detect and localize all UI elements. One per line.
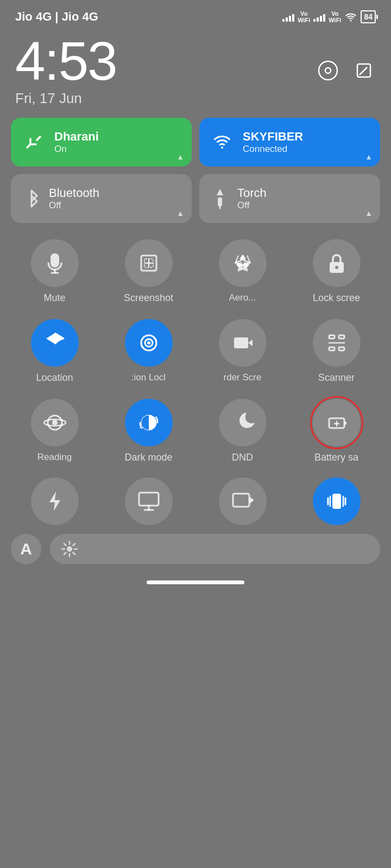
time-action-icons: [316, 59, 376, 82]
mobile-data-tile[interactable]: Dharani On ▲: [11, 118, 192, 167]
reading-item[interactable]: Reading: [8, 393, 102, 469]
location-circle: [31, 319, 79, 367]
icon-grid: Mute Screenshot Aero...: [0, 234, 391, 469]
home-bar: [0, 570, 391, 593]
svg-rect-20: [234, 337, 248, 348]
wifi-tile-status: Connected: [243, 144, 303, 155]
svg-rect-37: [139, 493, 159, 506]
bottom-icon-row: [0, 474, 391, 528]
svg-line-52: [64, 544, 66, 546]
screenshot-label: Screenshot: [124, 292, 173, 304]
desktop-circle: [125, 477, 173, 525]
edit-icon[interactable]: [352, 59, 376, 82]
svg-point-19: [147, 341, 150, 344]
svg-line-4: [360, 74, 361, 75]
location-label: Location: [36, 372, 73, 384]
bluetooth-status: Off: [49, 200, 99, 211]
torch-arrow: ▲: [365, 209, 373, 218]
vowifi-2: VoWiFi: [329, 10, 341, 23]
vibrate-item[interactable]: [289, 477, 383, 525]
lockscreen-item[interactable]: Lock scree: [289, 234, 383, 309]
mobile-data-name: Dharani: [54, 130, 99, 144]
batterysaver-label: Battery sa: [314, 452, 358, 463]
font-size-icon[interactable]: A: [11, 534, 41, 564]
batterysaver-circle: [313, 399, 361, 446]
aeroplane-label: Aero...: [229, 292, 256, 303]
svg-point-1: [325, 68, 331, 73]
locationlock-circle: [125, 319, 173, 367]
locationlock-item[interactable]: :ion Locl: [102, 314, 195, 389]
signal-bars-1: [282, 12, 294, 22]
time-display: 4:53: [15, 34, 117, 88]
reading-label: Reading: [37, 452, 72, 463]
svg-point-28: [52, 420, 58, 425]
mobile-data-text: Dharani On: [54, 130, 99, 155]
screenrecord-circle: [219, 319, 267, 367]
status-bar: Jio 4G | Jio 4G VoWiFi VoWiFi 84: [0, 0, 391, 28]
screenshot-circle: [125, 239, 173, 287]
darkmode-label: Dark mode: [124, 452, 172, 463]
desktop-item[interactable]: [102, 477, 195, 525]
svg-rect-22: [329, 335, 335, 339]
flash-item[interactable]: [8, 477, 102, 525]
bluetooth-text: Bluetooth Off: [49, 186, 99, 211]
torch-tile[interactable]: Torch Off ▲: [199, 174, 380, 223]
home-indicator[interactable]: [147, 580, 244, 584]
brightness-row: A: [0, 528, 391, 570]
batterysaver-item[interactable]: Battery sa: [289, 393, 383, 469]
svg-rect-5: [218, 197, 222, 206]
aeroplane-item[interactable]: Aero...: [195, 234, 289, 309]
large-tiles-row: Dharani On ▲ SKYFIBER Connected ▲: [0, 118, 391, 167]
brightness-slider-container[interactable]: [50, 534, 380, 564]
dnd-item[interactable]: DND: [195, 393, 289, 469]
svg-rect-33: [344, 422, 346, 425]
mute-item[interactable]: Mute: [8, 234, 102, 309]
locationlock-label: :ion Locl: [131, 372, 166, 383]
svg-rect-24: [329, 347, 335, 350]
torch-icon: [210, 189, 230, 208]
time-block: 4:53 Fri, 17 Jun: [15, 34, 117, 107]
svg-rect-42: [332, 494, 341, 509]
darkmode-circle: [125, 399, 173, 446]
battery-indicator: 84: [361, 10, 376, 23]
scanner-item[interactable]: Scanner: [289, 314, 383, 389]
svg-point-0: [319, 61, 337, 80]
torch-name: Torch: [237, 186, 267, 200]
signal-bars-2: [313, 12, 325, 22]
reading-circle: [31, 399, 79, 446]
torch-text: Torch Off: [237, 186, 267, 211]
time-section: 4:53 Fri, 17 Jun: [0, 28, 391, 118]
status-icons: VoWiFi VoWiFi 84: [282, 10, 376, 23]
svg-point-47: [67, 546, 72, 552]
svg-rect-25: [339, 347, 344, 350]
screenshot-item[interactable]: Screenshot: [102, 234, 195, 309]
scanner-circle: [313, 319, 361, 367]
vowifi-1: VoWiFi: [298, 10, 310, 23]
mobile-data-arrow: ▲: [176, 152, 184, 161]
screenshare-item[interactable]: [195, 477, 289, 525]
wifi-tile[interactable]: SKYFIBER Connected ▲: [199, 118, 380, 167]
scanner-label: Scanner: [318, 372, 355, 384]
lockscreen-circle: [313, 239, 361, 287]
settings-icon[interactable]: [316, 59, 340, 82]
wifi-tile-text: SKYFIBER Connected: [243, 130, 303, 155]
bluetooth-icon: [22, 189, 41, 208]
mobile-data-status: On: [54, 144, 99, 155]
mute-label: Mute: [43, 292, 65, 304]
wifi-icon: [344, 12, 357, 22]
location-item[interactable]: Location: [8, 314, 102, 389]
screenrecord-item[interactable]: rder Scre: [195, 314, 289, 389]
wifi-tile-name: SKYFIBER: [243, 130, 303, 144]
svg-line-3: [361, 67, 367, 74]
svg-rect-40: [233, 494, 249, 507]
bluetooth-tile[interactable]: Bluetooth Off ▲: [11, 174, 192, 223]
darkmode-item[interactable]: Dark mode: [102, 393, 195, 469]
bluetooth-arrow: ▲: [176, 209, 184, 218]
svg-point-15: [335, 266, 338, 269]
svg-marker-21: [248, 340, 253, 346]
wifi-tile-arrow: ▲: [365, 152, 373, 161]
svg-line-55: [64, 553, 66, 555]
sun-icon: [61, 540, 78, 558]
svg-marker-16: [46, 333, 64, 344]
font-a-label: A: [20, 540, 32, 558]
